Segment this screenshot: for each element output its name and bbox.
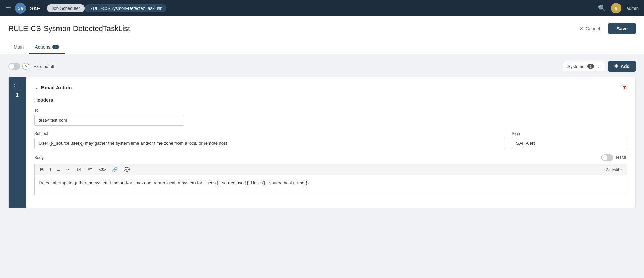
- app-brand: SAF: [30, 5, 40, 11]
- systems-dropdown[interactable]: Systems 1 ⌄: [563, 62, 605, 71]
- action-card-handle: ⋮⋮ 1: [9, 77, 26, 208]
- add-icon: ✙: [614, 64, 618, 69]
- subject-field-group: Subject: [34, 131, 505, 149]
- hamburger-menu-icon[interactable]: ☰: [5, 4, 11, 12]
- page-header-actions: ✕ Cancel Save: [575, 23, 636, 34]
- body-section-header: Body HTML: [34, 154, 627, 161]
- headers-section: Headers: [34, 97, 627, 103]
- add-button[interactable]: ✙ Add: [608, 61, 636, 72]
- delete-icon[interactable]: 🗑: [622, 84, 627, 90]
- drag-handle-icon[interactable]: ⋮⋮: [12, 83, 23, 89]
- editor-toolbar-right: </> Editor: [604, 167, 623, 172]
- tab-main[interactable]: Main: [8, 41, 29, 54]
- html-toggle[interactable]: [601, 154, 613, 161]
- unordered-list-button[interactable]: ≡: [56, 166, 61, 173]
- topnav-right: 🔍 a admin: [598, 3, 639, 13]
- sign-label: Sign: [512, 131, 627, 136]
- systems-count-badge: 1: [587, 64, 594, 69]
- collapse-icon[interactable]: ⌄: [34, 85, 38, 90]
- action-card-body: ⌄ Email Action 🗑 Headers To Subject: [26, 77, 635, 208]
- breadcrumb-job-scheduler[interactable]: Job Scheduler: [47, 4, 85, 12]
- chevron-down-icon: ⌄: [597, 64, 600, 69]
- html-label: HTML: [616, 155, 627, 160]
- editor-body[interactable]: Detect attempt to gather the system time…: [34, 175, 627, 195]
- bold-button[interactable]: B: [39, 166, 45, 173]
- email-action-title: Email Action: [41, 85, 72, 90]
- editor-toolbar: B I ≡ ⋯ ☑ ❝❞ </> 🔗 💬 </> Editor: [34, 164, 627, 175]
- to-field-group: To: [34, 108, 627, 126]
- sign-input[interactable]: [512, 138, 627, 149]
- breadcrumb: Job Scheduler RULE-CS-Sysmon-DetectedTas…: [47, 4, 166, 12]
- top-navigation: ☰ Sa SAF Job Scheduler RULE-CS-Sysmon-De…: [0, 0, 644, 16]
- cancel-button[interactable]: ✕ Cancel: [575, 23, 605, 34]
- toggle-wrap: ✕: [8, 63, 29, 70]
- body-section: Body HTML B I ≡ ⋯ ☑ ❝❞ </>: [34, 154, 627, 195]
- editor-code-icon: </>: [604, 167, 610, 172]
- body-text: Detect attempt to gather the system time…: [39, 180, 309, 185]
- subject-label: Subject: [34, 131, 505, 136]
- page-header-top: RULE-CS-Sysmon-DetectedTaskList ✕ Cancel…: [8, 23, 636, 39]
- main-content: ✕ Expand all Systems 1 ⌄ ✙ Add ⋮⋮ 1: [0, 54, 644, 215]
- email-action-title-wrap: ⌄ Email Action: [34, 85, 72, 90]
- email-action-header: ⌄ Email Action 🗑: [34, 84, 627, 90]
- username-label: admin: [627, 6, 639, 11]
- toggle-switch[interactable]: [8, 63, 20, 70]
- body-label: Body: [34, 155, 44, 160]
- page-title: RULE-CS-Sysmon-DetectedTaskList: [8, 24, 130, 33]
- tabs: Main Actions 1: [8, 39, 636, 54]
- to-label: To: [34, 108, 627, 113]
- checkbox-button[interactable]: ☑: [75, 166, 83, 173]
- ordered-list-button[interactable]: ⋯: [65, 166, 72, 173]
- quote-button[interactable]: ❝❞: [86, 166, 94, 173]
- expand-all-button[interactable]: Expand all: [33, 64, 54, 69]
- subject-input[interactable]: [34, 138, 505, 149]
- page-header: RULE-CS-Sysmon-DetectedTaskList ✕ Cancel…: [0, 16, 644, 54]
- toolbar-right: Systems 1 ⌄ ✙ Add: [563, 61, 636, 72]
- code-button[interactable]: </>: [98, 166, 107, 173]
- save-button[interactable]: Save: [608, 23, 636, 34]
- italic-button[interactable]: I: [48, 166, 52, 173]
- breadcrumb-rule[interactable]: RULE-CS-Sysmon-DetectedTaskList: [85, 4, 166, 12]
- actions-tab-badge: 1: [52, 45, 59, 49]
- cancel-x-icon: ✕: [579, 26, 583, 31]
- tab-actions[interactable]: Actions 1: [29, 41, 65, 54]
- editor-label: Editor: [612, 167, 623, 172]
- headers-section-title: Headers: [34, 97, 627, 103]
- link-button[interactable]: 🔗: [111, 166, 119, 173]
- action-card: ⋮⋮ 1 ⌄ Email Action 🗑 Headers To: [8, 77, 636, 208]
- editor-toolbar-left: B I ≡ ⋯ ☑ ❝❞ </> 🔗 💬: [39, 166, 131, 173]
- app-logo: Sa: [15, 3, 26, 14]
- sign-field-group: Sign: [512, 131, 627, 149]
- row-number: 1: [16, 92, 19, 98]
- html-toggle-wrap: HTML: [601, 154, 627, 161]
- toggle-x-icon[interactable]: ✕: [22, 63, 29, 70]
- search-icon[interactable]: 🔍: [598, 4, 606, 12]
- toolbar-row: ✕ Expand all Systems 1 ⌄ ✙ Add: [8, 61, 636, 72]
- comment-button[interactable]: 💬: [122, 166, 131, 173]
- subject-sign-row: Subject Sign: [34, 131, 627, 154]
- avatar[interactable]: a: [611, 3, 621, 13]
- to-input[interactable]: [34, 115, 184, 126]
